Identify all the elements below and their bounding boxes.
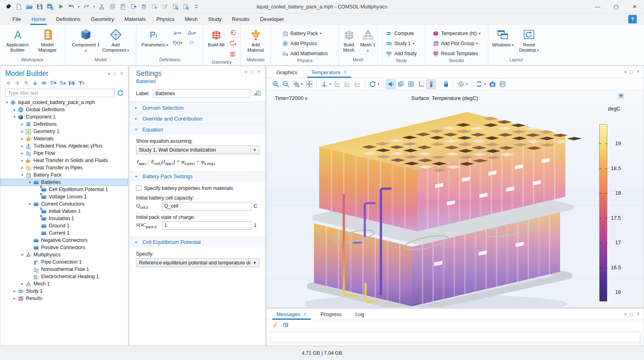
tree-item-ground-1[interactable]: Ground 1 bbox=[0, 222, 128, 229]
section-cell-equilibrium-potential[interactable]: ▾Cell Equilibrium Potential bbox=[130, 237, 265, 248]
snapshot-button[interactable] bbox=[487, 79, 497, 89]
results-add-plot-group[interactable]: Add Plot Group bbox=[430, 39, 483, 48]
menu-tab-physics[interactable]: Physics bbox=[151, 13, 180, 25]
pin-icon[interactable] bbox=[636, 312, 640, 317]
soc-input[interactable]: 1 bbox=[162, 221, 251, 230]
dropdown-caret-icon[interactable]: ▾ bbox=[301, 82, 303, 86]
move-up-button[interactable]: ▾ bbox=[50, 80, 56, 86]
menu-tab-geometry[interactable]: Geometry bbox=[86, 13, 119, 25]
tree-expander[interactable]: ▾ bbox=[27, 202, 32, 206]
plot-properties-icon[interactable] bbox=[618, 93, 624, 99]
zoom-out-button[interactable] bbox=[281, 79, 291, 89]
lock-button[interactable] bbox=[441, 79, 451, 89]
equation-assuming-dropdown[interactable]: Study 1, Wall Distance Initialization▼ bbox=[136, 146, 259, 154]
physics-battery-pack[interactable]: Battery Pack bbox=[279, 29, 331, 38]
windows-button[interactable]: Windows bbox=[490, 27, 515, 48]
copy-button[interactable] bbox=[107, 2, 117, 11]
tree-item-batteries[interactable]: ▾Batteries bbox=[0, 179, 128, 186]
panel-menu-icon[interactable]: ▾ bbox=[625, 70, 627, 74]
graphics-tab-temperature[interactable]: Temperature✕ bbox=[307, 69, 351, 78]
tree-item-global-definitions[interactable]: ▸Global Definitions bbox=[0, 106, 128, 113]
pin-icon[interactable] bbox=[119, 71, 124, 76]
tree-item-pipe-connection-1[interactable]: *Pipe Connection 1 bbox=[0, 258, 128, 266]
show-button[interactable] bbox=[41, 80, 47, 86]
tree-item-materials[interactable]: ▸Materials bbox=[0, 135, 128, 142]
livelink-button[interactable]: ▾ bbox=[228, 39, 238, 49]
graphics-tab-graphics[interactable]: Graphics bbox=[272, 69, 301, 78]
variables-button[interactable]: a= bbox=[170, 28, 185, 38]
specify-dropdown[interactable]: Reference equilibrium potential and temp… bbox=[136, 258, 259, 267]
messages-tab-log[interactable]: Log bbox=[351, 311, 368, 320]
close-button[interactable]: ✕ bbox=[625, 0, 644, 13]
specify-from-materials-checkbox[interactable] bbox=[136, 185, 141, 191]
tree-item-positive-connectors[interactable]: Positive Connectors bbox=[0, 244, 128, 251]
label-input[interactable]: Batteries bbox=[153, 89, 250, 98]
messages-tab-messages[interactable]: Messages✕ bbox=[272, 311, 311, 320]
mesh1-button[interactable]: Mesh 1 bbox=[359, 27, 377, 54]
import-geometry-button[interactable] bbox=[228, 28, 238, 38]
tree-expander[interactable]: ▸ bbox=[20, 282, 25, 286]
functions-button[interactable]: f(x) bbox=[170, 38, 185, 48]
color-legend-button[interactable] bbox=[426, 79, 436, 89]
tree-item-nonisothermal-flow-1[interactable]: Nonisothermal Flow 1 bbox=[0, 266, 128, 273]
tree-item-definitions[interactable]: ▸Definitions bbox=[0, 121, 128, 128]
duplicate-button[interactable] bbox=[128, 2, 138, 11]
cut-button[interactable] bbox=[97, 2, 107, 11]
tree-item-component-1[interactable]: ▾Component 1 bbox=[0, 113, 128, 121]
zoom-extents-button[interactable] bbox=[304, 79, 314, 89]
study-compute[interactable]: Compute bbox=[383, 29, 419, 38]
float-panel-icon[interactable]: ▢ bbox=[629, 70, 633, 74]
transparency-button[interactable] bbox=[396, 79, 406, 89]
tree-item-negative-connectors[interactable]: Negative Connectors bbox=[0, 237, 128, 244]
physics-add-mathematics[interactable]: ΔuAdd Mathematics bbox=[279, 49, 331, 58]
tree-expander[interactable]: ▸ bbox=[20, 129, 25, 133]
run-button[interactable] bbox=[56, 2, 65, 11]
up-button[interactable] bbox=[23, 80, 29, 86]
qat-chevron-button[interactable] bbox=[191, 2, 201, 11]
maximize-button[interactable]: ▢ bbox=[607, 0, 625, 13]
float-panel-icon[interactable]: ▢ bbox=[629, 312, 633, 316]
tree-expander[interactable]: ▸ bbox=[12, 108, 17, 112]
tree-item-voltage-losses-1[interactable]: Voltage Losses 1 bbox=[0, 193, 128, 200]
tree-item-insulation-1[interactable]: Insulation 1 bbox=[0, 215, 128, 222]
filter-input[interactable]: Type filter text bbox=[5, 89, 115, 97]
tree-expander[interactable]: ▸ bbox=[12, 296, 17, 300]
comsol-logo-button[interactable] bbox=[3, 2, 13, 11]
tree-expander[interactable]: ▸ bbox=[20, 137, 25, 141]
tree-item-battery-pack[interactable]: ▾Battery Pack bbox=[0, 171, 128, 179]
results-temperature-ht-[interactable]: Temperature (ht) bbox=[430, 29, 483, 38]
tree-expander[interactable]: ▸ bbox=[20, 122, 25, 126]
tree-expander[interactable]: ▾ bbox=[4, 100, 9, 104]
undo-button[interactable] bbox=[66, 2, 76, 11]
down-button[interactable] bbox=[32, 80, 38, 86]
tree-expander[interactable]: ▾ bbox=[20, 173, 25, 177]
find-button[interactable] bbox=[170, 2, 180, 11]
results-result-templates[interactable]: Result Templates bbox=[430, 49, 483, 58]
forward-button[interactable] bbox=[14, 80, 21, 86]
plot-area[interactable]: Time=72000 s Surface: Temperature (degC) bbox=[267, 90, 644, 307]
tree-item-initial-values-1[interactable]: Initial Values 1 bbox=[0, 208, 128, 215]
back-button[interactable] bbox=[5, 80, 12, 86]
study-add-study[interactable]: Add Study bbox=[383, 49, 419, 58]
application-builder-button[interactable]: A Application Builder bbox=[3, 27, 32, 53]
add-component-button[interactable]: Add Component bbox=[101, 27, 130, 53]
rename-icon[interactable] bbox=[253, 89, 261, 97]
dropdown-caret-icon[interactable]: ▾ bbox=[466, 82, 468, 86]
tree-item-mesh-1[interactable]: ▸Mesh 1 bbox=[0, 280, 128, 287]
update-button[interactable] bbox=[474, 79, 484, 89]
reset-desktop-button[interactable]: Reset Desktop bbox=[516, 27, 542, 53]
move-down-button[interactable]: ▾ bbox=[59, 80, 66, 86]
open-button[interactable] bbox=[24, 2, 34, 11]
grid-button[interactable] bbox=[406, 79, 416, 89]
select-button[interactable] bbox=[149, 2, 159, 11]
tree-item-pipe-flow[interactable]: ▸Pipe Flow bbox=[0, 150, 128, 157]
view-yz-button[interactable]: yz bbox=[343, 79, 352, 89]
pin-icon[interactable] bbox=[636, 69, 640, 75]
dropdown-caret-icon[interactable]: ▾ bbox=[77, 2, 81, 11]
filter-button[interactable]: ▾ bbox=[77, 80, 84, 86]
nonlocal-couplings-button[interactable]: Δu bbox=[185, 28, 199, 38]
tree-item-heat-transfer-in-pipes[interactable]: ▸Heat Transfer in Pipes bbox=[0, 164, 128, 171]
view-xy-button[interactable]: xy bbox=[332, 79, 342, 89]
tree-item-electrochemical-heating-1[interactable]: Electrochemical Heating 1 bbox=[0, 273, 128, 280]
scene-light-button[interactable] bbox=[386, 79, 395, 89]
